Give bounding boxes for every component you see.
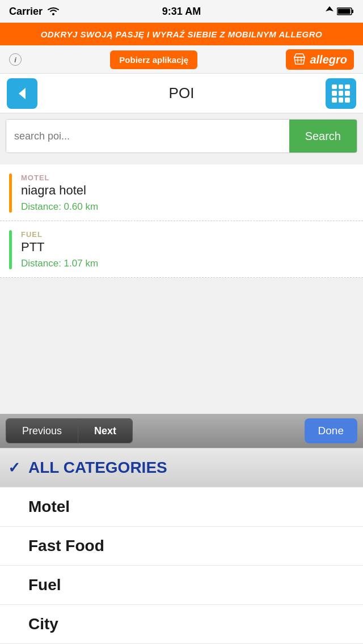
poi-bar-2 — [9, 230, 12, 269]
done-button[interactable]: Done — [305, 418, 357, 443]
poi-item-1[interactable]: MOTEL niagra hotel Distance: 0.60 km — [0, 164, 363, 221]
ad-bottom: i Pobierz aplikację allegro — [0, 45, 363, 74]
category-item-fastfood[interactable]: Fast Food — [0, 527, 363, 566]
svg-marker-7 — [19, 88, 26, 99]
category-label-fuel: Fuel — [28, 576, 61, 594]
search-button[interactable]: Search — [289, 120, 357, 152]
search-bar: Search — [6, 119, 357, 153]
category-picker: ALL CATEGORIES Motel Fast Food Fuel City — [0, 448, 363, 644]
poi-list: MOTEL niagra hotel Distance: 0.60 km FUE… — [0, 164, 363, 278]
back-icon — [14, 86, 30, 101]
status-time: 9:31 AM — [162, 6, 201, 18]
category-item-city[interactable]: City — [0, 605, 363, 644]
carrier-label: Carrier — [9, 6, 43, 18]
battery-icon — [337, 7, 354, 16]
status-bar: Carrier 9:31 AM — [0, 0, 363, 23]
poi-category-1: MOTEL — [21, 173, 98, 182]
grid-button[interactable] — [326, 78, 356, 109]
previous-button[interactable]: Previous — [6, 419, 78, 443]
poi-distance-1: Distance: 0.60 km — [21, 201, 98, 213]
poi-content-2: FUEL PTT Distance: 1.07 km — [21, 230, 98, 269]
bottom-section: Previous Next Done ALL CATEGORIES Motel … — [0, 414, 363, 644]
ad-logo[interactable]: allegro — [286, 49, 354, 70]
category-label-motel: Motel — [28, 498, 70, 516]
poi-bar-1 — [9, 173, 12, 213]
ad-top: ODKRYJ SWOJĄ PASJĘ I WYRAŹ SIEBIE Z MOBI… — [0, 23, 363, 45]
back-button[interactable] — [7, 78, 37, 109]
ad-top-text: ODKRYJ SWOJĄ PASJĘ I WYRAŹ SIEBIE Z MOBI… — [41, 29, 323, 39]
search-input[interactable] — [6, 120, 289, 152]
poi-name-2: PTT — [21, 240, 98, 255]
poi-content-1: MOTEL niagra hotel Distance: 0.60 km — [21, 173, 98, 213]
toolbar-nav: Previous Next — [6, 418, 133, 443]
location-icon — [326, 6, 334, 16]
poi-name-1: niagra hotel — [21, 183, 98, 198]
category-label-fastfood: Fast Food — [28, 537, 104, 555]
ad-logo-text: allegro — [310, 53, 347, 66]
status-right — [326, 6, 354, 16]
category-item-motel[interactable]: Motel — [0, 488, 363, 527]
category-item-fuel[interactable]: Fuel — [0, 566, 363, 605]
keyboard-toolbar: Previous Next Done — [0, 414, 363, 448]
category-label-city: City — [28, 615, 58, 633]
ad-download-button[interactable]: Pobierz aplikację — [110, 50, 197, 69]
poi-distance-2: Distance: 1.07 km — [21, 258, 98, 269]
poi-item-2[interactable]: FUEL PTT Distance: 1.07 km — [0, 221, 363, 278]
wifi-icon — [47, 7, 60, 16]
grid-icon — [332, 84, 350, 103]
status-left: Carrier — [9, 6, 60, 18]
ad-banner[interactable]: ODKRYJ SWOJĄ PASJĘ I WYRAŹ SIEBIE Z MOBI… — [0, 23, 363, 74]
category-label-all: ALL CATEGORIES — [28, 459, 167, 477]
page-title: POI — [169, 84, 195, 102]
ad-info-icon: i — [9, 53, 22, 66]
svg-rect-2 — [352, 10, 353, 13]
poi-category-2: FUEL — [21, 230, 98, 239]
main-header: POI — [0, 74, 363, 113]
svg-rect-3 — [338, 9, 351, 14]
basket-icon — [293, 53, 306, 66]
next-button[interactable]: Next — [78, 419, 132, 443]
category-item-all[interactable]: ALL CATEGORIES — [0, 448, 363, 488]
svg-point-0 — [52, 13, 54, 15]
